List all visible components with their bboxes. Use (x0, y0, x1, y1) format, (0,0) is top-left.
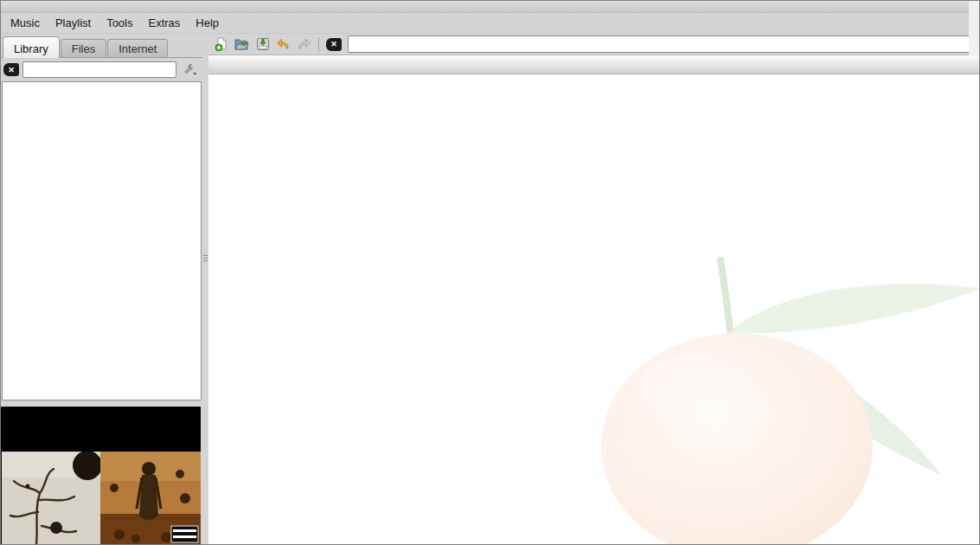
menu-bar: Music Playlist Tools Extras Help (1, 13, 979, 34)
title-bar[interactable] (1, 1, 979, 13)
tab-files[interactable]: Files (61, 39, 106, 57)
redo-button[interactable] (297, 37, 311, 52)
tab-internet[interactable]: Internet (107, 39, 168, 57)
save-playlist-icon (256, 37, 270, 51)
save-playlist-button[interactable] (255, 37, 270, 52)
menu-item[interactable]: Help (188, 14, 227, 32)
load-playlist-icon (234, 37, 249, 51)
menu-item[interactable]: Playlist (48, 14, 99, 32)
window-controls (6, 1, 27, 13)
library-search-input[interactable] (22, 61, 176, 78)
wrench-icon (181, 62, 198, 78)
playlist-view (208, 55, 979, 544)
clear-playlist-search-icon[interactable]: ✕ (326, 38, 342, 51)
parental-advisory-label (171, 526, 198, 542)
redo-icon (297, 37, 311, 51)
panel-splitter[interactable] (202, 34, 208, 544)
library-search-row: ✕ (1, 57, 202, 81)
playlist-toolbar: ✕ (208, 34, 979, 55)
playlist-panel: ✕ (208, 34, 979, 544)
playlist-header (208, 55, 979, 74)
menu-item[interactable]: Music (3, 14, 48, 32)
new-playlist-button[interactable] (214, 37, 228, 52)
clear-search-icon[interactable]: ✕ (3, 63, 19, 76)
menu-item[interactable]: Extras (141, 14, 189, 32)
tab-library[interactable]: Library (3, 36, 60, 58)
toolbar-separator (318, 37, 319, 52)
library-tree (2, 81, 202, 401)
new-playlist-icon (215, 37, 228, 51)
load-playlist-button[interactable] (234, 37, 249, 52)
horizontal-splitter[interactable] (1, 401, 202, 407)
now-playing-widget[interactable] (1, 407, 201, 544)
library-settings-button[interactable] (180, 61, 199, 79)
clementine-background-image (208, 74, 979, 544)
sidebar-tab-bar: Library Files Internet (1, 34, 202, 57)
playlist-search-input[interactable] (348, 35, 975, 53)
splitter-grip-icon (203, 253, 208, 263)
undo-icon (276, 37, 291, 51)
undo-button[interactable] (276, 37, 291, 52)
album-art-image (2, 452, 201, 544)
sidebar: Library Files Internet ✕ (1, 34, 202, 544)
clementine-window: Music Playlist Tools Extras Help Library… (0, 0, 980, 545)
menu-item[interactable]: Tools (99, 14, 140, 32)
